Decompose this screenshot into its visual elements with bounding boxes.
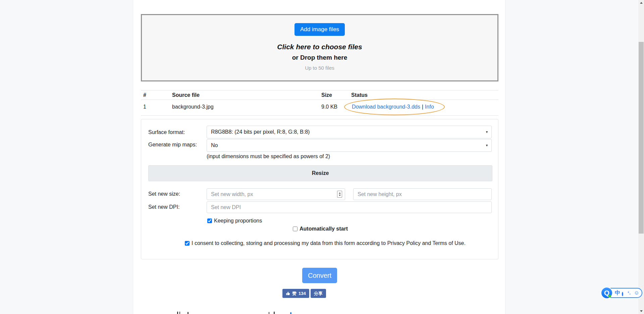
table-header-border xyxy=(141,100,498,100)
scrollbar-thumb[interactable] xyxy=(639,42,644,234)
dropzone-drop-text: or Drop them here xyxy=(142,54,497,61)
chevron-down-icon: ▼ xyxy=(485,144,488,147)
row-status: Download background-3.dds|Info xyxy=(352,103,434,111)
width-input[interactable] xyxy=(207,188,345,200)
auto-start-option[interactable]: Automatically start xyxy=(293,226,348,232)
file-dropzone[interactable]: Add image files Click here to choose fil… xyxy=(141,14,498,81)
mip-maps-label: Generate mip maps: xyxy=(148,142,197,148)
thumbs-up-icon xyxy=(286,291,290,296)
col-header-status: Status xyxy=(351,91,368,99)
dropzone-limit-text: Up to 50 files xyxy=(142,65,497,71)
number-spinner-icon[interactable] xyxy=(337,191,342,198)
table-row-border xyxy=(141,115,498,116)
moon-icon[interactable] xyxy=(623,291,625,295)
dropzone-click-text: Click here to choose files xyxy=(142,43,497,51)
add-image-files-button[interactable]: Add image files xyxy=(294,23,345,36)
like-button[interactable]: 赞 134 xyxy=(282,289,309,298)
info-link[interactable]: Info xyxy=(425,104,434,110)
like-count: 134 xyxy=(299,291,306,296)
page: { "dropzone": { "add_button_label": "Add… xyxy=(0,0,644,314)
consent-checkbox[interactable] xyxy=(185,241,190,246)
convert-button[interactable]: Convert xyxy=(302,268,337,283)
download-result-link[interactable]: Download background-3.dds xyxy=(352,104,420,110)
col-header-source: Source file xyxy=(172,91,200,99)
resize-header-label: Resize xyxy=(312,170,329,176)
auto-start-label: Automatically start xyxy=(300,226,348,232)
col-header-size: Size xyxy=(321,91,332,99)
main-content: Add image files Click here to choose fil… xyxy=(133,0,505,314)
consent-option[interactable]: I consent to collecting, storing and pro… xyxy=(185,240,466,246)
chevron-down-icon: ▼ xyxy=(485,130,488,134)
keeping-proportions-checkbox[interactable] xyxy=(207,218,212,223)
dpi-input[interactable] xyxy=(207,201,492,213)
emoji-icon[interactable]: ☺ xyxy=(634,290,639,296)
vertical-scrollbar[interactable] xyxy=(638,0,644,314)
resize-section-header: Resize xyxy=(148,165,492,181)
share-button[interactable]: 分享 xyxy=(311,289,326,298)
keeping-proportions-option[interactable]: Keeping proportions xyxy=(207,218,262,224)
ime-language-mode[interactable]: 中 xyxy=(615,290,620,297)
punctuation-mode-icon[interactable]: °, xyxy=(628,291,631,295)
surface-format-value: R8G8B8: (24 bits per pixel, R:8, G:8, B:… xyxy=(211,129,310,135)
surface-format-label: Surface format: xyxy=(148,129,185,135)
scroll-up-arrow-icon[interactable] xyxy=(640,2,643,4)
ime-logo[interactable]: Q xyxy=(601,287,613,299)
set-new-dpi-label: Set new DPI: xyxy=(148,204,179,210)
options-panel: Surface format: R8G8B8: (24 bits per pix… xyxy=(141,119,498,259)
ime-status-dot xyxy=(608,295,611,298)
ime-toolbar: 中 °, ☺ Q xyxy=(601,287,643,299)
auto-start-checkbox[interactable] xyxy=(293,227,298,231)
status-separator: | xyxy=(422,104,423,110)
share-label: 分享 xyxy=(314,291,323,297)
mip-maps-value: No xyxy=(211,142,218,148)
keeping-proportions-label: Keeping proportions xyxy=(214,218,262,224)
mip-maps-note: (input dimensions must be specified as p… xyxy=(207,153,330,160)
consent-label: I consent to collecting, storing and pro… xyxy=(192,240,466,246)
height-input[interactable] xyxy=(353,188,492,200)
surface-format-select[interactable]: R8G8B8: (24 bits per pixel, R:8, G:8, B:… xyxy=(207,126,492,138)
social-buttons: 赞 134 分享 xyxy=(282,289,326,298)
row-size: 9.0 KB xyxy=(321,103,337,111)
set-new-size-label: Set new size: xyxy=(148,191,180,197)
table-top-border xyxy=(141,90,498,90)
col-header-index: # xyxy=(143,91,146,99)
like-label: 赞 xyxy=(292,291,297,297)
mip-maps-select[interactable]: No ▼ xyxy=(207,139,492,152)
row-index: 1 xyxy=(143,103,146,111)
scroll-down-arrow-icon[interactable] xyxy=(640,310,643,312)
row-source-file: background-3.jpg xyxy=(172,103,214,111)
